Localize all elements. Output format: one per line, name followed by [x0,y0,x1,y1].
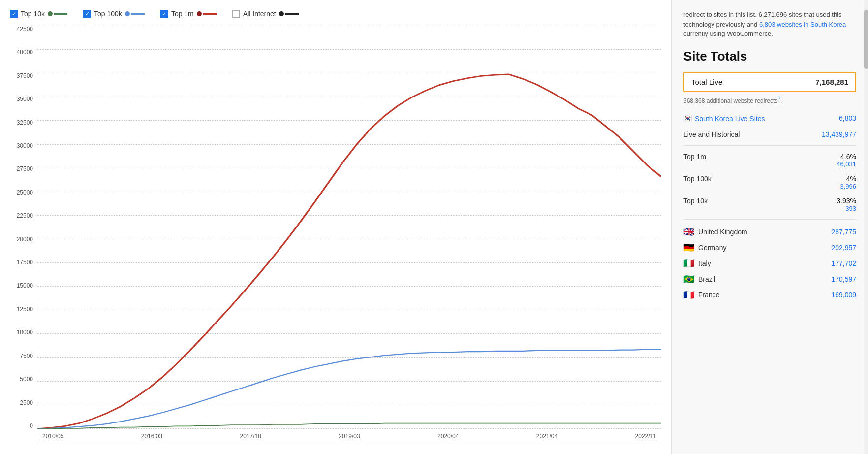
intro-text: redirect to sites in this list. 6,271,69… [683,10,856,39]
country-value: 202,957 [831,244,856,252]
legend-checkbox-top10k[interactable] [10,10,18,18]
redirects-footnote[interactable]: ? [777,96,780,101]
legend-label-top1m: Top 1m [171,10,194,18]
country-label: 🇬🇧 United Kingdom [683,227,747,237]
legend-label-top10k: Top 10k [21,10,45,18]
top1m-pct: 4.6% [837,153,856,161]
country-row: 🇬🇧 United Kingdom 287,775 [683,227,856,237]
legend-indicator-top1m [197,11,217,16]
legend-item-top100k[interactable]: Top 100k [83,10,145,18]
country-name: Brazil [698,275,715,283]
country-list: 🇬🇧 United Kingdom 287,775 🇩🇪 Germany 202… [683,227,856,300]
country-name: United Kingdom [698,228,747,236]
site-totals-title: Site Totals [683,49,856,64]
legend-indicator-allinternet [279,11,299,16]
top1m-count: 46,031 [837,161,856,168]
country-value: 169,009 [831,291,856,299]
country-label: 🇫🇷 France [683,290,720,300]
legend-dot-top100k [125,11,130,16]
country-row: 🇫🇷 France 169,009 [683,290,856,300]
south-korea-value: 6,803 [839,114,856,122]
live-historical-value: 13,439,977 [822,130,856,138]
top10k-stat-block: Top 10k 3.93% 393 [683,197,856,212]
country-value: 170,597 [831,275,856,283]
legend-checkbox-top1m[interactable] [160,10,168,18]
line-top100k [37,349,661,429]
top1m-label: Top 1m [683,153,706,161]
legend-line-top10k [54,13,67,15]
y-axis: 42500 40000 37500 35000 32500 30000 2750… [10,26,37,444]
left-panel: Top 10k Top 100k Top 1m [0,0,671,454]
total-live-box: Total Live 7,168,281 [683,72,856,92]
country-label: 🇩🇪 Germany [683,242,727,253]
country-name: Germany [698,244,727,252]
line-top1m [37,74,661,429]
top10k-values: 3.93% 393 [837,197,856,212]
scrollbar-thumb[interactable] [864,10,868,69]
country-flag: 🇮🇹 [683,258,694,269]
country-row: 🇮🇹 Italy 177,702 [683,258,856,269]
legend-item-top1m[interactable]: Top 1m [160,10,217,18]
chart-area: 42500 40000 37500 35000 32500 30000 2750… [10,26,661,444]
legend-label-top100k: Top 100k [94,10,122,18]
top1m-stat-block: Top 1m 4.6% 46,031 [683,153,856,168]
country-flag: 🇧🇷 [683,274,694,285]
top100k-pct: 4% [840,175,856,183]
country-name: France [698,291,720,299]
x-axis: 2010/05 2016/03 2017/10 2019/03 2020/04 … [37,429,661,444]
live-historical-label: Live and Historical [683,130,740,138]
legend-dot-top1m [197,11,202,16]
divider-1 [683,145,856,146]
country-value: 287,775 [831,228,856,236]
legend-indicator-top100k [125,11,145,16]
legend-line-top100k [131,13,145,15]
south-korea-live-link[interactable]: South Korea Live Sites [695,114,765,124]
chart-svg [37,26,661,429]
country-value: 177,702 [831,259,856,267]
legend-item-allinternet[interactable]: All Internet [232,10,299,18]
legend-checkbox-allinternet[interactable] [232,10,240,18]
legend-line-top1m [203,13,217,15]
legend-checkbox-top100k[interactable] [83,10,91,18]
top100k-stat-block: Top 100k 4% 3,996 [683,175,856,190]
right-panel: redirect to sites in this list. 6,271,69… [671,0,868,454]
south-korea-row: 🇰🇷 South Korea Live Sites 6,803 [683,114,856,124]
legend-indicator-top10k [48,11,67,16]
country-label: 🇮🇹 Italy [683,258,711,269]
south-korea-label: 🇰🇷 South Korea Live Sites [683,114,765,124]
legend-label-allinternet: All Internet [243,10,276,18]
legend-dot-allinternet [279,11,284,16]
country-row: 🇩🇪 Germany 202,957 [683,242,856,253]
scrollbar-track[interactable] [864,0,868,454]
chart-container: 2010/05 2016/03 2017/10 2019/03 2020/04 … [37,26,661,444]
legend-dot-top10k [48,11,53,16]
country-flag: 🇬🇧 [683,227,694,237]
line-top10k [37,423,661,429]
live-historical-row: Live and Historical 13,439,977 [683,130,856,138]
top100k-values: 4% 3,996 [840,175,856,190]
country-flag: 🇫🇷 [683,290,694,300]
country-label: 🇧🇷 Brazil [683,274,715,285]
legend-line-allinternet [285,13,299,15]
top100k-label: Top 100k [683,175,712,183]
country-flag: 🇩🇪 [683,242,694,253]
divider-2 [683,219,856,220]
top10k-label: Top 10k [683,197,708,205]
chart-legend: Top 10k Top 100k Top 1m [10,10,661,18]
top10k-pct: 3.93% [837,197,856,205]
top100k-count: 3,996 [840,183,856,190]
redirects-text: 368,368 additional website redirects?. [683,96,856,104]
total-live-label: Total Live [691,78,722,86]
south-korea-link[interactable]: 6,803 websites in South Korea [759,21,846,28]
country-name: Italy [698,259,711,267]
legend-item-top10k[interactable]: Top 10k [10,10,67,18]
total-live-value: 7,168,281 [815,78,848,86]
country-row: 🇧🇷 Brazil 170,597 [683,274,856,285]
top10k-count: 393 [837,205,856,212]
top1m-values: 4.6% 46,031 [837,153,856,168]
